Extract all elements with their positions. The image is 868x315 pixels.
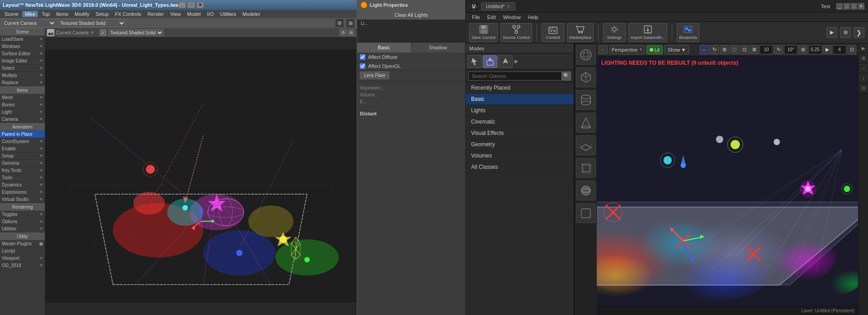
class-geometry[interactable]: Geometry (466, 139, 574, 150)
affect-opengl-checkbox[interactable] (360, 63, 365, 69)
ue-tab-close[interactable]: ✕ (507, 4, 510, 9)
vp-grid-size-input[interactable] (760, 45, 773, 54)
lw-item-viewport[interactable]: Viewport▼ (0, 255, 45, 262)
ue-marketplace-btn[interactable]: Marketplace (567, 23, 594, 42)
edge-btn-2[interactable]: ⊞ (859, 53, 868, 63)
lw-item-light[interactable]: Light▼ (0, 109, 45, 116)
class-recently-placed[interactable]: Recently Placed (466, 82, 574, 94)
vp-snap-surface-btn[interactable]: ⊠ (750, 45, 759, 54)
lw-item-imageeditor[interactable]: Image Editor▼ (0, 57, 45, 65)
mode-icon-select[interactable] (467, 55, 482, 68)
lw-menu-utilities[interactable]: Utilities (217, 11, 239, 17)
ue-toolbar-right-btn1[interactable]: ▶ (826, 27, 837, 38)
ue-menu-edit[interactable]: Edit (485, 14, 499, 20)
thumb-cube[interactable] (576, 67, 596, 87)
thumb-sphere[interactable] (576, 45, 596, 65)
lw-vp-icon1[interactable]: ⚙ (340, 29, 347, 36)
class-lights[interactable]: Lights (466, 105, 574, 116)
ue-untitled-tab[interactable]: Untitled* ✕ (481, 2, 515, 10)
thumb-cylinder[interactable] (576, 90, 596, 110)
lw-item-coordsystem[interactable]: CoordSystem▼ (0, 138, 45, 145)
edge-btn-3[interactable]: ↔ (859, 63, 868, 73)
ue-close-btn[interactable]: ✕ (858, 3, 864, 10)
class-visual-effects[interactable]: Visual Effects (466, 128, 574, 139)
vp-translate-btn[interactable]: ↔ (700, 45, 709, 54)
lw-item-genoma[interactable]: Genoma▼ (0, 160, 45, 167)
ue-restore-btn[interactable]: □ (851, 3, 857, 10)
lw-vp-icon2[interactable]: ⊞ (348, 29, 355, 36)
lw-item-od2018[interactable]: OD_2018▼ (0, 262, 45, 269)
ue-save-current-btn[interactable]: Save Current (469, 23, 498, 42)
lw-layout-btn[interactable]: ⊞ (346, 19, 355, 28)
affect-diffuse-checkbox[interactable] (360, 54, 365, 60)
lw-item-select[interactable]: Select▼ (0, 65, 45, 72)
lw-item-replace[interactable]: Replace▼ (0, 79, 45, 86)
lw-item-dynamics[interactable]: Dynamics▼ (0, 181, 45, 189)
lw-menu-scene[interactable]: Scene (2, 11, 21, 17)
vp-snap-btn[interactable]: ⊡ (740, 45, 749, 54)
ue-content-btn[interactable]: Content (542, 23, 564, 42)
thumb-plane[interactable] (576, 135, 596, 155)
vp-snap-rot-btn[interactable]: ↻ (774, 45, 783, 54)
class-all-classes[interactable]: All Classes (466, 162, 574, 173)
lw-item-camera[interactable]: Camera▼ (0, 116, 45, 123)
lw-menu-top[interactable]: Top (39, 11, 52, 17)
thumb-sphere2[interactable] (576, 181, 596, 200)
mode-icon-more[interactable]: ▶ (514, 58, 519, 64)
ue-3d-scene[interactable]: LIGHTING NEEDS TO BE REBUILT (9 unbuilt … (597, 56, 858, 306)
edge-btn-4[interactable]: ↕ (859, 73, 868, 83)
vp-restore-btn[interactable]: ⊡ (847, 45, 856, 54)
lw-vp-cam-icon[interactable]: 📷 (47, 29, 54, 36)
vp-cam-speed-input-btn[interactable]: ▶ (823, 45, 832, 54)
lw-item-multiply[interactable]: Multiply▼ (0, 72, 45, 79)
lw-item-windows[interactable]: Windows▼ (0, 43, 45, 50)
ue-maximize-btn[interactable]: □ (844, 3, 850, 10)
vp-snap-scale-btn[interactable]: ⊞ (798, 45, 807, 54)
lw-maximize-btn[interactable]: □ (188, 2, 195, 8)
lw-item-surfeditor[interactable]: Surface Editor▼ (0, 50, 45, 57)
ue-settings-btn[interactable]: Settings (603, 23, 626, 42)
lw-menu-modeler[interactable]: Modeler (240, 11, 263, 17)
lw-item-bones[interactable]: Bones▼ (0, 101, 45, 109)
lw-item-parentinplace[interactable]: Parent in Place (0, 131, 45, 138)
lw-menu-fxcontrols[interactable]: FX Controls (112, 11, 144, 17)
class-basic[interactable]: Basic (466, 94, 574, 105)
lw-item-keytools[interactable]: Key Tools▼ (0, 167, 45, 174)
lw-menu-items[interactable]: Items (53, 11, 71, 17)
lw-menu-mike[interactable]: Mike (22, 11, 38, 17)
search-button[interactable]: 🔍 (562, 72, 571, 81)
thumb-box[interactable] (576, 158, 596, 178)
ue-source-control-btn[interactable]: Source Control (500, 23, 532, 42)
lw-minimize-btn[interactable]: _ (179, 2, 186, 8)
clear-all-lights-button[interactable]: Clear All Lights (357, 10, 465, 20)
vp-perspective-dropdown[interactable]: Perspective ▼ (609, 45, 645, 54)
mode-icon-paint[interactable] (498, 55, 513, 68)
lw-menu-io[interactable]: I/O (204, 11, 217, 17)
lw-item-mesh[interactable]: Mesh▼ (0, 94, 45, 101)
ue-toolbar-right-btn2[interactable]: ⊞ (840, 27, 851, 38)
lp-tab-shadow[interactable]: Shadow (411, 43, 466, 52)
vp-move-btn[interactable]: ← (599, 45, 608, 54)
lw-viewmode-select[interactable]: Textured Shaded Solid (58, 19, 126, 27)
lw-item-tools[interactable]: Tools▼ (0, 174, 45, 181)
lw-menu-render[interactable]: Render (145, 11, 166, 17)
class-volumes[interactable]: Volumes (466, 150, 574, 162)
lw-item-utilities[interactable]: Utilities▼ (0, 225, 45, 233)
edge-btn-1[interactable]: ▶ (859, 43, 868, 53)
thumb-rounded-box[interactable] (576, 203, 596, 223)
lw-menu-view[interactable]: View (167, 11, 184, 17)
lw-vp-check[interactable]: ✓ (100, 29, 106, 36)
lw-viewport[interactable]: 📷 Current Camera ▼ ✓ Textured Shaded Sol… (45, 28, 357, 315)
lw-close-btn[interactable]: ✕ (197, 2, 204, 8)
lw-menu-setup[interactable]: Setup (93, 11, 112, 17)
vp-camera-speed-btn[interactable]: 🎥 (730, 45, 739, 54)
vp-rotate-btn[interactable]: ↻ (710, 45, 719, 54)
thumb-cone[interactable] (576, 113, 596, 133)
mode-icon-place[interactable] (483, 55, 497, 68)
ue-menu-window[interactable]: Window (500, 14, 524, 20)
lw-menu-modify[interactable]: Modify (72, 11, 92, 17)
lw-item-setup[interactable]: Setup▼ (0, 153, 45, 160)
edge-btn-5[interactable]: ⊡ (859, 83, 868, 93)
lw-camera-select[interactable]: Current Camera (2, 19, 56, 27)
vp-scale-snap-input[interactable] (808, 45, 822, 54)
